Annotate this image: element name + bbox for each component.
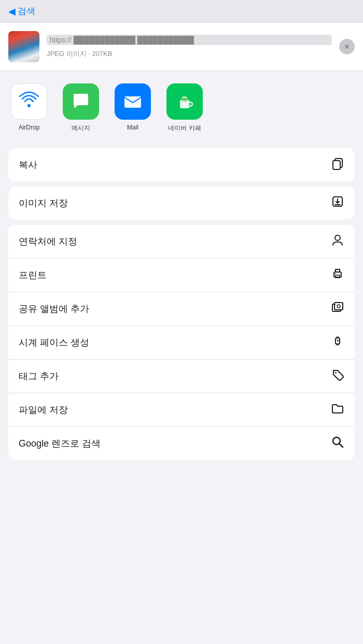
action-card-copy: 복사 xyxy=(8,148,355,181)
svg-point-3 xyxy=(181,96,188,102)
preview-url: https:// ████████████ ███████████ xyxy=(47,35,332,45)
action-item-tag[interactable]: 태그 추가 xyxy=(8,360,355,393)
svg-rect-5 xyxy=(333,161,340,169)
preview-meta: JPEG 이미지 · 207KB xyxy=(47,49,332,59)
action-item-save-image[interactable]: 이미지 저장 xyxy=(8,187,355,220)
copy-label: 복사 xyxy=(19,159,37,171)
action-item-copy[interactable]: 복사 xyxy=(8,148,355,181)
close-button[interactable]: ✕ xyxy=(339,39,355,54)
google-lens-label: Google 렌즈로 검색 xyxy=(19,437,101,450)
action-item-google-lens[interactable]: Google 렌즈로 검색 xyxy=(8,427,355,460)
album-icon xyxy=(331,300,344,317)
naver-label: 네이버 카페 xyxy=(168,124,201,133)
svg-rect-12 xyxy=(334,303,343,310)
status-bar: ◀ 검색 xyxy=(0,0,363,23)
save-image-icon xyxy=(331,195,344,211)
watch-label: 시계 페이스 생성 xyxy=(19,336,89,349)
svg-point-16 xyxy=(335,372,337,374)
files-label: 파일에 저장 xyxy=(19,404,68,416)
print-icon xyxy=(331,267,344,283)
print-label: 프린트 xyxy=(19,269,47,281)
action-item-files[interactable]: 파일에 저장 xyxy=(8,393,355,427)
messages-label: 메시지 xyxy=(72,124,90,133)
action-list: 복사 이미지 저장 연락처에 지정 xyxy=(0,143,363,465)
naver-icon xyxy=(166,83,203,120)
svg-point-14 xyxy=(334,304,336,305)
action-card-save-image: 이미지 저장 xyxy=(8,187,355,220)
preview-info: https:// ████████████ ███████████ JPEG 이… xyxy=(47,35,332,59)
airdrop-icon xyxy=(11,83,47,120)
copy-icon xyxy=(331,156,344,173)
share-preview: https:// ████████████ ███████████ JPEG 이… xyxy=(0,23,363,71)
airdrop-label: AirDrop xyxy=(19,124,40,131)
preview-thumbnail xyxy=(8,31,39,62)
save-image-label: 이미지 저장 xyxy=(19,197,68,209)
messages-icon xyxy=(63,83,99,120)
action-item-watch[interactable]: 시계 페이스 생성 xyxy=(8,326,355,360)
svg-point-7 xyxy=(335,235,340,240)
tag-label: 태그 추가 xyxy=(19,370,59,382)
app-item-airdrop[interactable]: AirDrop xyxy=(8,83,50,133)
svg-point-10 xyxy=(335,273,336,274)
tag-icon xyxy=(331,368,344,384)
action-item-album[interactable]: 공유 앨범에 추가 xyxy=(8,292,355,326)
app-item-messages[interactable]: 메시지 xyxy=(60,83,102,133)
contact-icon xyxy=(331,233,344,250)
contact-label: 연락처에 지정 xyxy=(19,235,77,248)
back-chevron-icon: ◀ xyxy=(8,6,16,17)
back-button[interactable]: ◀ 검색 xyxy=(8,5,35,17)
app-icons-row: AirDrop 메시지 Mail xyxy=(0,71,363,143)
mail-icon xyxy=(115,83,151,120)
action-item-print[interactable]: 프린트 xyxy=(8,259,355,292)
folder-icon xyxy=(331,402,344,418)
search-icon xyxy=(331,435,344,452)
mail-label: Mail xyxy=(127,124,138,131)
svg-rect-9 xyxy=(336,275,340,278)
svg-rect-8 xyxy=(334,272,341,277)
back-label: 검색 xyxy=(18,5,35,17)
svg-point-0 xyxy=(27,104,31,107)
album-label: 공유 앨범에 추가 xyxy=(19,303,89,315)
watch-icon xyxy=(331,334,344,351)
action-item-contact[interactable]: 연락처에 지정 xyxy=(8,225,355,259)
app-item-mail[interactable]: Mail xyxy=(112,83,153,133)
action-card-group1: 연락처에 지정 프린트 공유 앨범에 추가 xyxy=(8,225,355,460)
app-item-naver[interactable]: 네이버 카페 xyxy=(164,83,205,133)
